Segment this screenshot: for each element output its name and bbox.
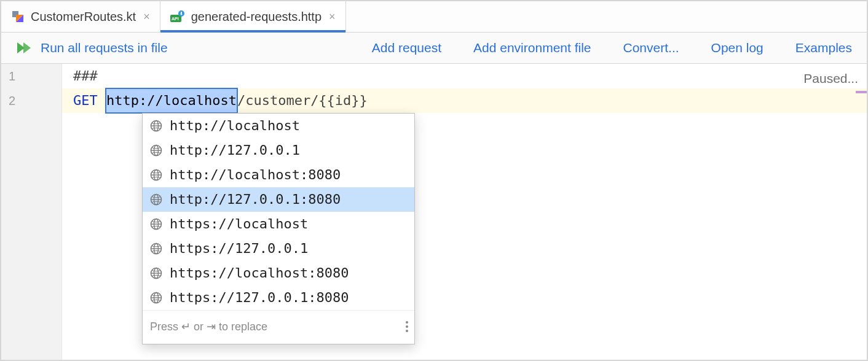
svg-text:API: API — [172, 17, 179, 21]
globe-icon — [150, 193, 162, 206]
http-file-icon: API — [170, 10, 185, 23]
tab-customer-routes[interactable]: CustomerRoutes.kt × — [1, 1, 160, 32]
completion-item-label: https://localhost:8080 — [170, 261, 349, 285]
open-log-button[interactable]: Open log — [711, 41, 763, 55]
convert-button[interactable]: Convert... — [623, 41, 679, 55]
add-env-file-button[interactable]: Add environment file — [473, 41, 591, 55]
svg-rect-6 — [181, 12, 182, 14]
error-stripe-mark[interactable] — [856, 91, 867, 93]
completion-item-label: http://localhost — [170, 114, 300, 138]
globe-icon — [150, 144, 162, 157]
completion-hint: Press ↵ or ⇥ to replace — [150, 314, 267, 339]
completion-item[interactable]: http://127.0.0.1:8080 — [143, 187, 414, 212]
add-request-button[interactable]: Add request — [372, 41, 441, 55]
completion-item-label: http://127.0.0.1:8080 — [170, 187, 341, 212]
globe-icon — [150, 292, 162, 304]
editor-tabs: CustomerRoutes.kt × API generated-reques… — [1, 1, 867, 33]
code-line[interactable]: GET http://localhost/customer/{{id}} — [62, 88, 867, 113]
url-path: /customer/{{id}} — [237, 88, 368, 113]
completion-item-label: https://localhost — [170, 212, 308, 236]
http-method: GET — [73, 88, 98, 113]
tab-generated-requests[interactable]: API generated-requests.http × — [160, 1, 346, 32]
completion-footer: Press ↵ or ⇥ to replace — [143, 310, 414, 344]
completion-popup[interactable]: http://localhosthttp://127.0.0.1http://l… — [142, 113, 415, 344]
tab-label: CustomerRoutes.kt — [31, 10, 136, 24]
globe-icon — [150, 243, 162, 255]
run-all-button[interactable]: Run all requests in file — [16, 41, 168, 55]
completion-item[interactable]: https://127.0.0.1:8080 — [143, 285, 414, 310]
tab-label: generated-requests.http — [191, 10, 322, 24]
completion-item-label: https://127.0.0.1 — [170, 236, 308, 261]
globe-icon — [150, 169, 162, 181]
line-number: 2 — [1, 88, 61, 113]
code-area[interactable]: Paused... ### GET http://localhost/custo… — [62, 64, 867, 360]
completion-item[interactable]: http://localhost — [143, 114, 414, 138]
completion-item-label: http://127.0.0.1 — [170, 138, 300, 163]
comment-marker: ### — [73, 64, 98, 88]
kebab-icon[interactable] — [406, 321, 408, 332]
line-gutter: 1 2 — [1, 64, 62, 360]
code-line[interactable]: ### — [62, 64, 867, 88]
http-toolbar: Run all requests in file Add request Add… — [1, 33, 867, 64]
close-icon[interactable]: × — [143, 10, 150, 23]
globe-icon — [150, 120, 162, 132]
selected-host[interactable]: http://localhost — [106, 88, 237, 113]
analysis-status: Paused... — [803, 66, 858, 91]
run-all-label: Run all requests in file — [41, 41, 168, 55]
completion-item[interactable]: http://localhost:8080 — [143, 163, 414, 187]
close-icon[interactable]: × — [329, 10, 336, 23]
svg-marker-9 — [23, 42, 31, 53]
globe-icon — [150, 218, 162, 230]
code-editor[interactable]: 1 2 Paused... ### GET http://localhost/c… — [1, 64, 867, 360]
completion-item[interactable]: https://localhost — [143, 212, 414, 236]
kotlin-file-icon — [11, 10, 25, 23]
completion-item[interactable]: https://localhost:8080 — [143, 261, 414, 285]
run-all-icon — [16, 41, 33, 55]
completion-item-label: https://127.0.0.1:8080 — [170, 285, 349, 310]
completion-item[interactable]: https://127.0.0.1 — [143, 236, 414, 261]
examples-button[interactable]: Examples — [795, 41, 852, 55]
globe-icon — [150, 267, 162, 279]
line-number: 1 — [1, 64, 61, 88]
completion-item-label: http://localhost:8080 — [170, 163, 341, 187]
completion-item[interactable]: http://127.0.0.1 — [143, 138, 414, 163]
